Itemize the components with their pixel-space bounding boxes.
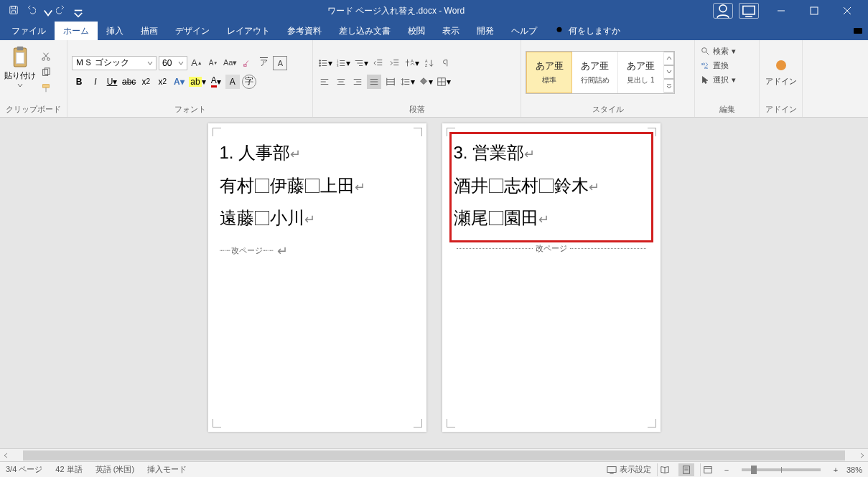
tab-references[interactable]: 参考資料 <box>279 22 330 40</box>
display-settings-button[interactable]: 表示設定 <box>607 464 651 475</box>
increase-indent-button[interactable] <box>388 56 402 70</box>
tab-help[interactable]: ヘルプ <box>503 22 546 40</box>
align-right-button[interactable] <box>350 75 365 89</box>
font-size-combo[interactable]: 60 <box>159 56 187 70</box>
numbering-button[interactable]: 123▾ <box>335 56 351 70</box>
font-name-combo[interactable]: ＭＳ ゴシック <box>72 56 157 70</box>
enclose-characters-button[interactable]: 字 <box>242 75 256 89</box>
read-mode-button[interactable] <box>657 463 673 476</box>
zoom-in-button[interactable]: + <box>831 466 841 474</box>
zoom-slider[interactable] <box>742 468 821 471</box>
phonetic-guide-button[interactable]: ア <box>256 56 271 70</box>
tell-me[interactable]: 何をしますか <box>546 22 629 40</box>
status-words[interactable]: 42 単語 <box>55 464 82 475</box>
status-page[interactable]: 3/4 ページ <box>6 464 42 475</box>
minimize-button[interactable] <box>765 0 798 22</box>
paste-button[interactable]: 貼り付け <box>4 43 36 90</box>
gallery-expand-icon[interactable] <box>664 79 674 93</box>
addins-icon[interactable] <box>774 58 788 75</box>
bold-button[interactable]: B <box>72 75 86 89</box>
tab-file[interactable]: ファイル <box>3 22 55 40</box>
borders-button[interactable]: ▾ <box>436 75 452 89</box>
style-normal[interactable]: あア亜 標準 <box>526 52 572 93</box>
distributed-button[interactable] <box>383 75 398 89</box>
page-1[interactable]: 1. 人事部↵ 有村伊藤上田↵ 遠藤小川↵ ┈┈改ページ ┈┈↵ <box>208 123 426 432</box>
maximize-button[interactable] <box>798 0 831 22</box>
align-justify-button[interactable] <box>367 75 381 89</box>
save-icon[interactable] <box>9 5 19 17</box>
crop-mark-icon <box>648 128 656 136</box>
close-button[interactable] <box>831 0 864 22</box>
tab-insert[interactable]: 挿入 <box>98 22 132 40</box>
chevron-up-icon[interactable] <box>664 52 674 65</box>
tab-view[interactable]: 表示 <box>434 22 468 40</box>
print-layout-button[interactable] <box>678 463 694 476</box>
superscript-button[interactable]: x2 <box>155 75 169 89</box>
character-border-button[interactable]: A <box>273 56 287 70</box>
tab-home[interactable]: ホーム <box>55 22 98 40</box>
redo-icon[interactable] <box>56 5 66 17</box>
subscript-button[interactable]: x2 <box>139 75 153 89</box>
show-marks-button[interactable] <box>439 56 453 70</box>
undo-icon[interactable] <box>26 5 36 17</box>
text-effects-button[interactable]: A▾ <box>172 75 186 89</box>
line-spacing-button[interactable]: ▾ <box>400 75 416 89</box>
underline-button[interactable]: U▾ <box>105 75 119 89</box>
copy-button[interactable] <box>39 65 53 80</box>
heading-text: 1. 人事部 <box>220 143 291 162</box>
page-text: 1. 人事部↵ 有村伊藤上田↵ 遠藤小川↵ <box>220 136 415 235</box>
grow-font-button[interactable]: A▲ <box>190 56 204 70</box>
cut-button[interactable] <box>39 49 53 64</box>
zoom-level[interactable]: 38% <box>846 466 862 474</box>
select-button[interactable]: 選択 ▾ <box>699 73 755 86</box>
format-painter-button[interactable] <box>39 81 53 95</box>
scroll-left-icon[interactable] <box>0 450 11 461</box>
qat-customize-icon[interactable] <box>73 8 79 14</box>
font-color-button[interactable]: A▾ <box>209 75 223 89</box>
zoom-slider-handle[interactable] <box>751 466 757 474</box>
tab-mailings[interactable]: 差し込み文書 <box>330 22 399 40</box>
page-2[interactable]: 3. 営業部↵ 酒井志村鈴木↵ 瀬尾園田↵ 改ページ <box>442 123 661 432</box>
status-mode[interactable]: 挿入モード <box>147 464 187 475</box>
style-no-spacing[interactable]: あア亜 行間詰め <box>572 52 618 93</box>
change-case-button[interactable]: Aa▾ <box>223 56 238 70</box>
align-left-button[interactable] <box>317 75 332 89</box>
replace-button[interactable]: abac置換 <box>699 59 755 72</box>
clear-formatting-button[interactable] <box>240 56 254 70</box>
character-shading-button[interactable]: A <box>225 75 240 89</box>
tab-review[interactable]: 校閲 <box>399 22 434 40</box>
bullets-button[interactable]: ▾ <box>317 56 333 70</box>
zoom-out-button[interactable]: − <box>722 466 732 474</box>
style-gallery-scroll[interactable] <box>664 52 674 93</box>
lightbulb-icon <box>554 25 564 37</box>
horizontal-scrollbar[interactable] <box>0 448 868 461</box>
shrink-font-button[interactable]: A▼ <box>206 56 220 70</box>
undo-dropdown-icon[interactable] <box>43 8 49 14</box>
tab-developer[interactable]: 開発 <box>468 22 503 40</box>
tab-draw[interactable]: 描画 <box>132 22 167 40</box>
title-bar: ワード ページ入れ替え.docx - Word <box>0 0 868 22</box>
italic-button[interactable]: I <box>88 75 103 89</box>
find-button[interactable]: 検索 ▾ <box>699 44 755 57</box>
decrease-indent-button[interactable] <box>371 56 386 70</box>
align-center-button[interactable] <box>334 75 348 89</box>
multilevel-list-button[interactable]: ▾ <box>353 56 369 70</box>
web-layout-button[interactable] <box>700 463 716 476</box>
tab-design[interactable]: デザイン <box>167 22 218 40</box>
strikethrough-button[interactable]: abc <box>121 75 136 89</box>
document-area[interactable]: 1. 人事部↵ 有村伊藤上田↵ 遠藤小川↵ ┈┈改ページ ┈┈↵ 3. 営業部↵… <box>0 118 868 461</box>
style-heading1[interactable]: あア亜 見出し 1 <box>618 52 664 93</box>
sort-button[interactable]: AZ <box>422 56 437 70</box>
scroll-right-icon[interactable] <box>857 450 868 461</box>
ribbon-display-icon[interactable] <box>739 3 759 19</box>
status-language[interactable]: 英語 (米国) <box>95 464 134 475</box>
share-icon[interactable] <box>852 22 864 40</box>
highlight-button[interactable]: ab▾ <box>188 75 206 89</box>
chevron-down-icon <box>17 82 23 88</box>
account-icon[interactable] <box>713 3 733 19</box>
asian-layout-button[interactable]: A▾ <box>404 56 420 70</box>
scrollbar-thumb[interactable] <box>23 450 845 461</box>
tab-layout[interactable]: レイアウト <box>218 22 279 40</box>
chevron-down-icon[interactable] <box>664 65 674 79</box>
shading-button[interactable]: ▾ <box>418 75 434 89</box>
